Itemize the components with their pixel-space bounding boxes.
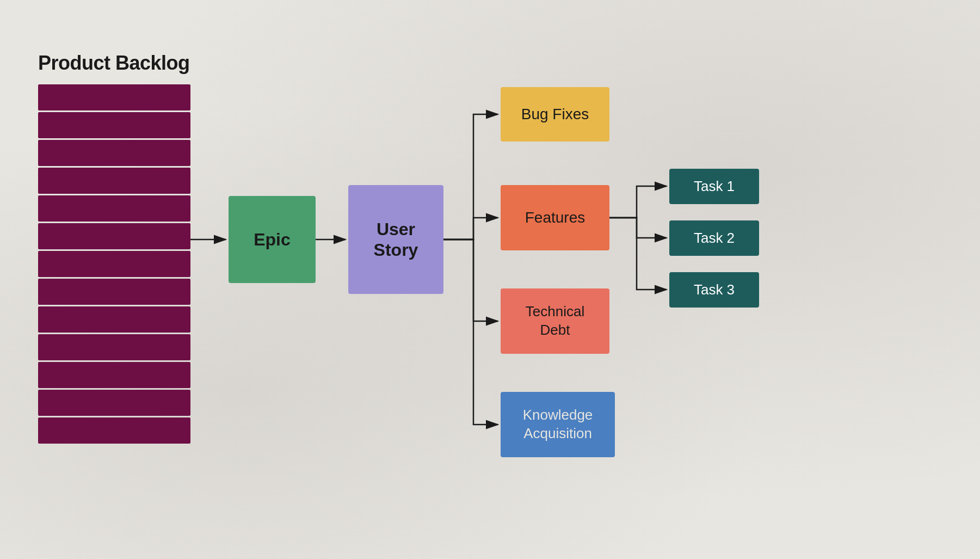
backlog-bar [38, 362, 190, 388]
product-backlog-title: Product Backlog [38, 52, 190, 75]
task-1-label: Task 1 [694, 178, 735, 195]
arrow-to-task1 [609, 186, 667, 218]
user-story-box: UserStory [348, 185, 443, 294]
backlog-bar [38, 279, 190, 305]
backlog-bar [38, 168, 190, 194]
technical-debt-label: TechnicalDebt [526, 303, 584, 340]
task-2-box: Task 2 [669, 220, 759, 256]
task-1-box: Task 1 [669, 169, 759, 204]
knowledge-acquisition-box: KnowledgeAcquisition [501, 392, 615, 457]
task-2-label: Task 2 [694, 230, 735, 247]
knowledge-acquisition-label: KnowledgeAcquisition [523, 406, 593, 443]
backlog-stack [38, 84, 190, 444]
bug-fixes-box: Bug Fixes [501, 87, 609, 142]
backlog-bar [38, 390, 190, 416]
epic-label: Epic [254, 230, 291, 250]
backlog-bar [38, 223, 190, 249]
arrow-to-features [443, 218, 498, 239]
backlog-bar [38, 112, 190, 138]
technical-debt-box: TechnicalDebt [501, 288, 609, 354]
backlog-bar [38, 195, 190, 222]
backlog-bar [38, 417, 190, 444]
arrow-to-technical-debt [443, 239, 498, 321]
arrow-to-task3 [609, 218, 667, 290]
task-3-box: Task 3 [669, 272, 759, 308]
features-box: Features [501, 185, 609, 250]
task-3-label: Task 3 [694, 281, 735, 298]
backlog-bar [38, 140, 190, 166]
arrow-to-knowledge [443, 239, 498, 425]
backlog-bar [38, 251, 190, 277]
backlog-bar [38, 306, 190, 333]
user-story-label: UserStory [374, 219, 418, 261]
features-label: Features [525, 209, 585, 226]
arrow-to-task2 [609, 218, 667, 238]
diagram-container: Product Backlog Epic UserStory Bug Fixes… [0, 0, 980, 559]
arrow-to-bugfixes [443, 114, 498, 239]
epic-box: Epic [229, 196, 316, 283]
backlog-bar [38, 334, 190, 360]
backlog-bar [38, 84, 190, 110]
bug-fixes-label: Bug Fixes [521, 106, 589, 123]
